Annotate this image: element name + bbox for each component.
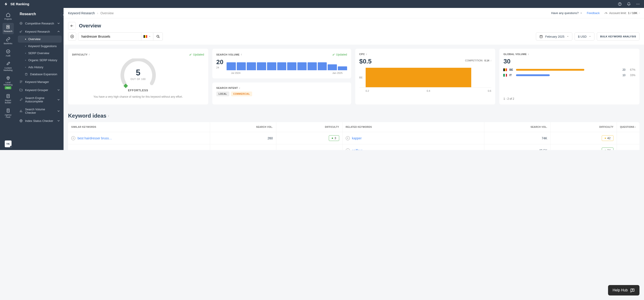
- sidebar-sub-suggestions[interactable]: Keyword Suggestions: [16, 43, 64, 50]
- sidebar-item-index-checker[interactable]: Index Status Checker: [16, 117, 64, 125]
- rail-research[interactable]: Research: [2, 23, 14, 34]
- sidebar-label: Overview: [28, 37, 40, 41]
- rail-projects[interactable]: Projects: [2, 11, 14, 22]
- add-icon[interactable]: +: [346, 148, 350, 150]
- main-content: Keyword Research › Overview Have any que…: [64, 8, 644, 150]
- sidebar-label: Keyword Manager: [25, 80, 49, 84]
- info-icon[interactable]: i: [528, 53, 529, 56]
- info-icon[interactable]: i: [635, 126, 636, 128]
- similar-keyword-link[interactable]: +best hairdresser bruss…: [71, 136, 112, 140]
- related-keyword-link[interactable]: +coiffeur: [346, 148, 362, 150]
- sidebar-label: Keyword Suggestions: [28, 44, 57, 48]
- svg-point-4: [639, 4, 640, 4]
- sidebar-item-volume-checker[interactable]: Search Volume Checker: [16, 105, 64, 117]
- cpc-bar: [366, 68, 471, 87]
- limit-value: 1 / 10K: [628, 11, 638, 15]
- sidebar-sub-overview[interactable]: Overview: [18, 36, 62, 43]
- intent-local-tag: LOCAL: [216, 92, 229, 96]
- ideas-title: Keyword ideas: [68, 113, 106, 119]
- sidebar-item-competitive[interactable]: Competitive Research: [16, 19, 64, 27]
- svg-point-17: [157, 35, 159, 37]
- search-button[interactable]: [153, 32, 163, 41]
- sidebar-label: Index Status Checker: [25, 119, 54, 123]
- info-icon[interactable]: i: [108, 115, 109, 117]
- sidebar-label: Organic SERP History: [28, 58, 57, 62]
- sidebar-sub-ads-history[interactable]: Ads History: [16, 64, 64, 71]
- rail-label: Backlinks: [4, 42, 12, 45]
- page-title: Overview: [79, 23, 101, 29]
- report-icon: [6, 94, 10, 98]
- ideas-table: SIMILAR KEYWORDS SEARCH VOL. DIFFICULTY …: [68, 122, 640, 150]
- rail-audit[interactable]: Audit: [2, 47, 14, 59]
- feedback-link[interactable]: Feedback: [587, 11, 600, 15]
- rail-agency[interactable]: Agency Pack: [2, 106, 14, 120]
- gv-rows: BE 20 67% IT 10 33%: [503, 68, 636, 77]
- info-icon[interactable]: i: [241, 53, 242, 56]
- related-keyword-link[interactable]: +kapper: [346, 136, 362, 140]
- gv-row: IT 10 33%: [503, 74, 636, 77]
- svg-point-3: [638, 4, 638, 4]
- cpc-bar-label: BE: [359, 76, 366, 79]
- back-button[interactable]: [68, 22, 76, 30]
- card-title: DIFFICULTY: [72, 53, 88, 56]
- info-icon[interactable]: i: [239, 87, 240, 89]
- sidebar-item-keyword-research[interactable]: Keyword Research: [16, 27, 64, 36]
- plus-circle-icon: [70, 35, 74, 39]
- list-icon: [19, 80, 23, 84]
- add-icon[interactable]: +: [346, 136, 350, 140]
- sidebar-item-autocomplete[interactable]: Search Engine Autocomplete: [16, 94, 64, 105]
- sidebar-sub-serp-overview[interactable]: SERP Overview: [16, 50, 64, 57]
- info-icon[interactable]: i: [366, 53, 367, 56]
- sidebar-label: Ads History: [28, 65, 43, 69]
- info-icon[interactable]: i: [491, 59, 491, 62]
- bell-icon[interactable]: [627, 2, 631, 6]
- sidebar-sub-db-expansion[interactable]: Database Expansion: [16, 71, 64, 78]
- chevron-down-icon: [57, 109, 60, 113]
- card-title: SEARCH INTENT: [216, 87, 238, 89]
- similar-vol: 260: [210, 132, 276, 144]
- help-icon[interactable]: [618, 2, 622, 6]
- chevron-down-icon: [57, 98, 60, 101]
- add-icon[interactable]: +: [71, 136, 75, 140]
- col-vol: SEARCH VOL.: [210, 122, 276, 132]
- ideas-row: +best hairdresser bruss… 260 3 +kapper 7…: [68, 132, 640, 144]
- difficulty-value: 5: [120, 68, 156, 77]
- col-diff: DIFFICULTY: [276, 122, 342, 132]
- similar-vol: [210, 144, 276, 150]
- caret-down-icon: [148, 35, 151, 38]
- rail-content[interactable]: Content Marketing: [2, 60, 14, 73]
- rail-local[interactable]: Local Marketing New: [2, 74, 14, 91]
- brand-name: SE Ranking: [10, 2, 29, 6]
- info-icon[interactable]: i: [639, 12, 640, 14]
- country-select[interactable]: [141, 32, 153, 41]
- rail-report[interactable]: Report Builder: [2, 92, 14, 106]
- date-value: February 2025: [545, 35, 564, 38]
- bulk-analysis-button[interactable]: BULK KEYWORD ANALYSIS: [597, 32, 640, 41]
- sv-value: 20: [216, 58, 224, 66]
- breadcrumb-root[interactable]: Keyword Research: [68, 11, 95, 15]
- sidebar-sub-organic-history[interactable]: Organic SERP History: [16, 57, 64, 64]
- add-keyword-button[interactable]: [68, 32, 76, 41]
- difficulty-sub: OUT OF 100: [120, 78, 156, 80]
- more-icon[interactable]: [636, 2, 640, 6]
- difficulty-label: EFFORTLESS: [72, 89, 204, 92]
- profile-avatar[interactable]: YK: [5, 140, 12, 147]
- calendar-icon: [539, 35, 543, 38]
- flag-be-icon: [503, 68, 507, 71]
- svg-point-14: [25, 73, 27, 74]
- questions-dropdown[interactable]: Have any questions?: [551, 11, 582, 15]
- gv-country: BE: [509, 68, 514, 71]
- date-select[interactable]: February 2025: [536, 32, 572, 41]
- gv-row: BE 20 67%: [503, 68, 636, 71]
- sidebar-item-manager[interactable]: Keyword Manager: [16, 78, 64, 86]
- rail-label: Content Marketing: [4, 67, 13, 71]
- currency-select[interactable]: $ USD: [574, 32, 594, 41]
- sv-bars-chart: [226, 61, 347, 70]
- rail-backlinks[interactable]: Backlinks: [2, 35, 14, 46]
- sidebar-item-grouper[interactable]: Keyword Grouper: [16, 86, 64, 94]
- related-vol: 74K: [484, 132, 550, 144]
- info-icon[interactable]: i: [89, 53, 90, 56]
- svg-point-7: [6, 50, 10, 53]
- keyword-search-input[interactable]: [78, 32, 141, 41]
- search-intent-card: SEARCH INTENTi LOCAL COMMERCIAL: [212, 82, 351, 104]
